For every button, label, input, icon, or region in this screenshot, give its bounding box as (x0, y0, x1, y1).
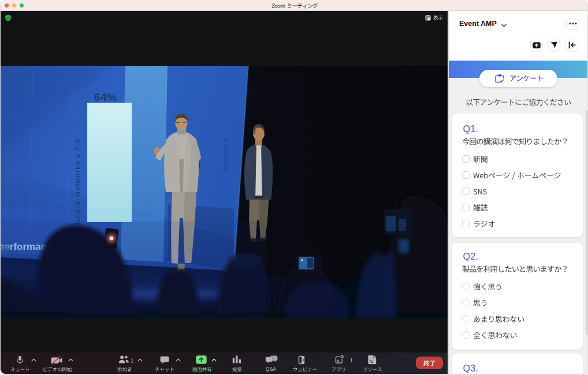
svg-text:subsystem: subsystem (222, 138, 230, 171)
svg-text:64%: 64% (94, 91, 117, 103)
svg-text:Neural networks v 2.0: Neural networks v 2.0 (73, 138, 82, 224)
